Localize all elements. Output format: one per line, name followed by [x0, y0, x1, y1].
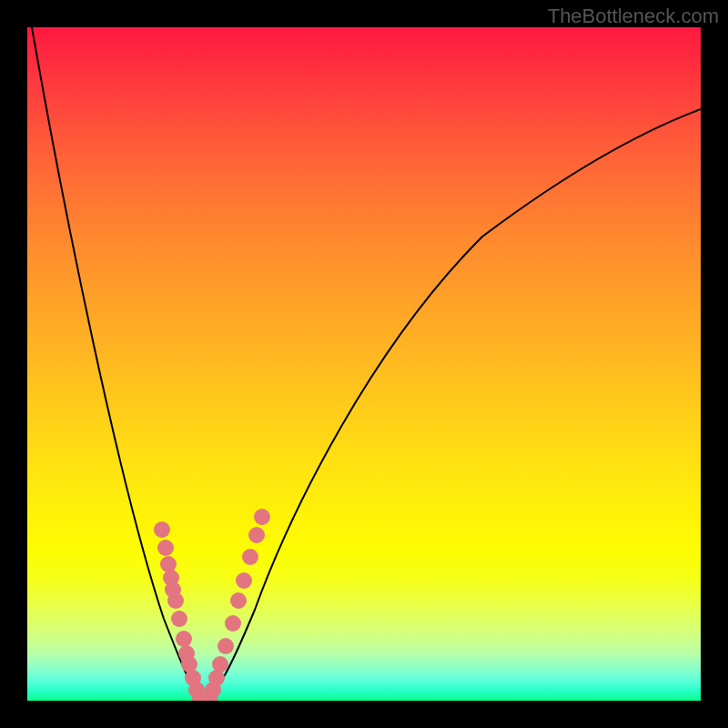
data-point — [242, 549, 258, 565]
data-points-bottom-group — [192, 691, 217, 701]
plot-area — [27, 27, 701, 701]
bottleneck-curve — [32, 27, 701, 701]
data-point — [176, 631, 192, 647]
data-point — [167, 592, 184, 609]
data-point — [154, 521, 170, 538]
data-point — [171, 611, 187, 627]
chart-svg — [27, 27, 701, 701]
data-point — [157, 540, 174, 556]
data-points-right-group — [205, 509, 270, 698]
data-point — [248, 527, 265, 543]
data-point — [254, 509, 270, 525]
data-point — [160, 556, 177, 572]
watermark-text: TheBottleneck.com — [548, 5, 719, 28]
data-point — [212, 656, 228, 672]
data-point — [225, 615, 241, 632]
data-point — [236, 572, 252, 589]
data-point — [217, 638, 234, 654]
chart-frame: TheBottleneck.com — [0, 0, 728, 728]
data-point — [230, 592, 247, 609]
